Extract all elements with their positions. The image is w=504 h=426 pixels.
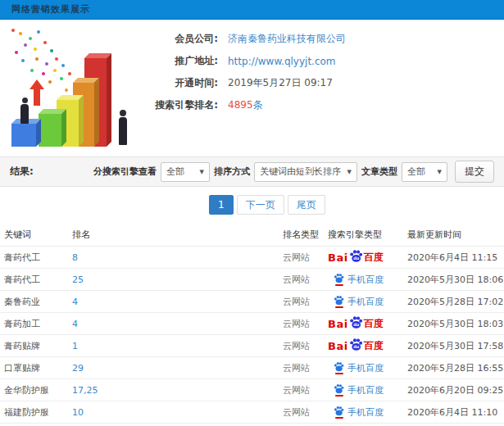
baidu-paw-icon: [334, 383, 344, 394]
svg-text:du: du: [353, 256, 360, 261]
info-row-ranking-count: 搜索引擎排名: 4895条: [148, 94, 504, 116]
header-engine-type: 搜索引擎类型: [328, 229, 407, 241]
rank-type-cell: 云网站: [283, 384, 328, 397]
table-row: Bai du 百度: [0, 423, 504, 426]
updated-cell: 2020年5月30日 18:03: [407, 318, 504, 330]
url-label: 推广地址:: [148, 54, 218, 68]
engine-select[interactable]: 全部▼: [161, 162, 210, 182]
bar-blue: [11, 124, 36, 147]
rank-type-cell: 云网站: [283, 340, 328, 352]
mobile-baidu-label: 手机百度: [347, 296, 384, 308]
top-section: 会员公司: 济南秦鲁药业科技有限公司 推广地址: http://www.qlyy…: [0, 20, 504, 156]
results-table: 关键词 排名 排名类型 搜索引擎类型 最新更新时间 膏药代工8云网站Bai du…: [0, 223, 504, 426]
mobile-baidu-icon: 手机百度: [334, 383, 384, 397]
chevron-down-icon: ▼: [196, 169, 204, 175]
promotion-url-link[interactable]: http://www.qlyyjt.com: [228, 56, 336, 67]
baidu-paw-icon: du: [349, 338, 363, 351]
engine-cell: 手机百度: [328, 291, 407, 312]
updated-cell: 2020年5月28日 16:55: [407, 362, 504, 374]
table-header-row: 关键词 排名 排名类型 搜索引擎类型 最新更新时间: [0, 223, 504, 246]
page: 网络营销效果展示 会员公司: 济南秦鲁药业科技有限公司: [0, 0, 504, 426]
article-type-label: 文章类型: [361, 165, 397, 178]
growth-chart-image: [2, 22, 148, 153]
rank-link[interactable]: 25: [72, 274, 283, 285]
next-page-button[interactable]: 下一页: [237, 195, 284, 215]
businessman-figure-right: [116, 110, 129, 145]
engine-cell: 手机百度: [328, 269, 407, 290]
submit-button[interactable]: 提交: [455, 161, 494, 183]
baidu-paw-icon: du: [349, 249, 363, 263]
updated-cell: 2020年5月28日 17:02: [407, 296, 504, 308]
rank-type-cell: 云网站: [283, 252, 328, 264]
ranking-count-label: 搜索引擎排名:: [148, 98, 218, 112]
result-label: 结果:: [10, 165, 34, 179]
mobile-baidu-label: 手机百度: [347, 274, 384, 286]
mobile-baidu-label: 手机百度: [347, 384, 384, 397]
info-row-company: 会员公司: 济南秦鲁药业科技有限公司: [148, 28, 504, 50]
rank-link[interactable]: 17,25: [72, 385, 283, 396]
engine-cell: 手机百度: [328, 379, 407, 401]
rank-link[interactable]: 4: [72, 297, 283, 307]
businessman-figure-left: [19, 97, 30, 124]
header-keyword: 关键词: [4, 229, 72, 241]
last-page-button[interactable]: 尾页: [288, 195, 325, 215]
company-link[interactable]: 济南秦鲁药业科技有限公司: [228, 32, 346, 46]
keyword-cell: 膏药代工: [4, 252, 72, 264]
confetti-decoration: [11, 29, 15, 32]
mobile-baidu-icon: 手机百度: [334, 295, 384, 308]
table-row: 秦鲁药业4云网站 手机百度2020年5月28日 17:02: [0, 290, 504, 312]
rank-type-cell: 云网站: [283, 406, 328, 419]
mobile-baidu-label: 手机百度: [347, 406, 384, 419]
mobile-baidu-icon: 手机百度: [334, 273, 384, 286]
rank-link[interactable]: 29: [72, 363, 283, 374]
mobile-baidu-label: 手机百度: [347, 362, 384, 374]
updated-cell: 2020年6月4日 11:15: [407, 252, 504, 264]
engine-cell: 手机百度: [328, 357, 407, 378]
rank-link[interactable]: 10: [72, 407, 283, 418]
rank-type-cell: 云网站: [283, 296, 328, 308]
table-row: 金华防护服17,25云网站 手机百度2020年6月20日 09:25: [0, 378, 504, 401]
page-1-button[interactable]: 1: [209, 195, 234, 215]
table-row: 福建防护服10云网站 手机百度2020年6月4日 11:10: [0, 401, 504, 423]
sort-select[interactable]: 关键词由短到长排序▼: [254, 162, 357, 182]
engine-cell: Bai du 百度: [328, 335, 407, 356]
header-rank-type: 排名类型: [283, 229, 328, 241]
table-row: 口罩贴牌29云网站 手机百度2020年5月28日 16:55: [0, 356, 504, 378]
rank-link[interactable]: 1: [72, 341, 283, 351]
rank-type-cell: 云网站: [283, 318, 328, 330]
keyword-cell: 膏药贴牌: [4, 340, 72, 352]
table-row: 膏药代工25云网站 手机百度2020年5月30日 18:06: [0, 268, 504, 290]
mobile-baidu-icon: 手机百度: [334, 361, 384, 374]
open-time-label: 开通时间:: [148, 76, 218, 90]
baidu-paw-icon: [334, 406, 344, 416]
rank-link[interactable]: 8: [72, 252, 283, 263]
baidu-logo-icon: Bai du 百度: [328, 317, 384, 331]
baidu-logo-icon: Bai du 百度: [328, 251, 384, 265]
rank-type-cell: 云网站: [283, 362, 328, 374]
filter-controls: 分搜索引擎查看 全部▼ 排序方式 关键词由短到长排序▼ 文章类型 全部▼ 提交: [93, 161, 494, 183]
bar-green: [39, 114, 61, 147]
updated-cell: 2020年6月20日 09:25: [407, 384, 504, 397]
mobile-baidu-icon: 手机百度: [334, 406, 384, 419]
engine-cell: Bai du 百度: [328, 313, 407, 334]
member-info: 会员公司: 济南秦鲁药业科技有限公司 推广地址: http://www.qlyy…: [148, 20, 504, 156]
baidu-paw-icon: [334, 273, 344, 283]
rank-link[interactable]: 4: [72, 319, 283, 329]
baidu-paw-icon: [334, 361, 344, 372]
svg-text:du: du: [353, 322, 360, 327]
open-time-value: 2019年5月27日 09:17: [228, 76, 333, 90]
table-row: 膏药贴牌1云网站Bai du 百度2020年5月30日 17:58: [0, 334, 504, 356]
page-title: 网络营销效果展示: [11, 3, 90, 16]
baidu-logo-icon: Bai du 百度: [328, 339, 384, 353]
article-type-select[interactable]: 全部▼: [402, 162, 447, 182]
header-rank: 排名: [72, 229, 283, 241]
keyword-cell: 福建防护服: [4, 406, 72, 419]
chevron-down-icon: ▼: [343, 169, 352, 175]
table-body: 膏药代工8云网站Bai du 百度2020年6月4日 11:15膏药代工25云网…: [0, 246, 504, 426]
titlebar: 网络营销效果展示: [0, 0, 504, 20]
keyword-cell: 秦鲁药业: [4, 296, 72, 308]
chevron-down-icon: ▼: [434, 169, 442, 175]
header-updated: 最新更新时间: [407, 229, 504, 241]
pagination: 1 下一页 尾页: [0, 187, 504, 223]
info-row-url: 推广地址: http://www.qlyyjt.com: [148, 50, 504, 72]
